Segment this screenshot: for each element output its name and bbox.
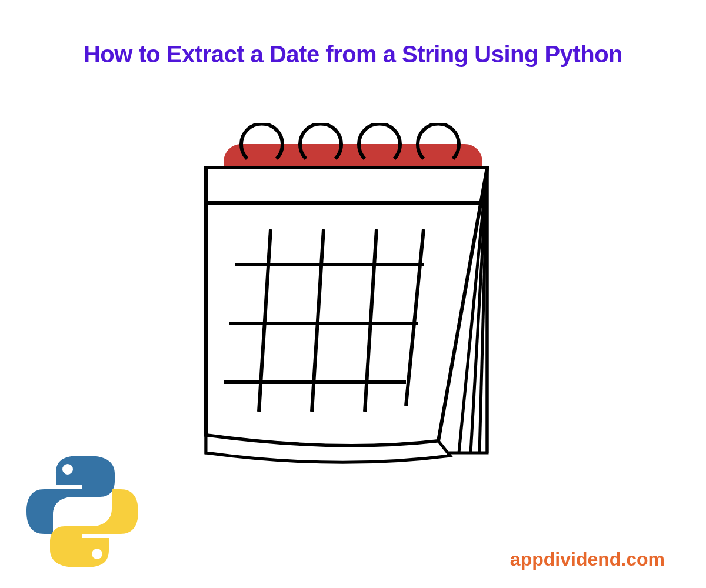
page-title: How to Extract a Date from a String Usin… (24, 41, 682, 68)
svg-point-13 (62, 464, 73, 475)
python-logo-icon (24, 453, 141, 570)
calendar-icon (171, 123, 524, 470)
site-name: appdividend.com (510, 549, 665, 570)
svg-point-14 (92, 549, 102, 559)
